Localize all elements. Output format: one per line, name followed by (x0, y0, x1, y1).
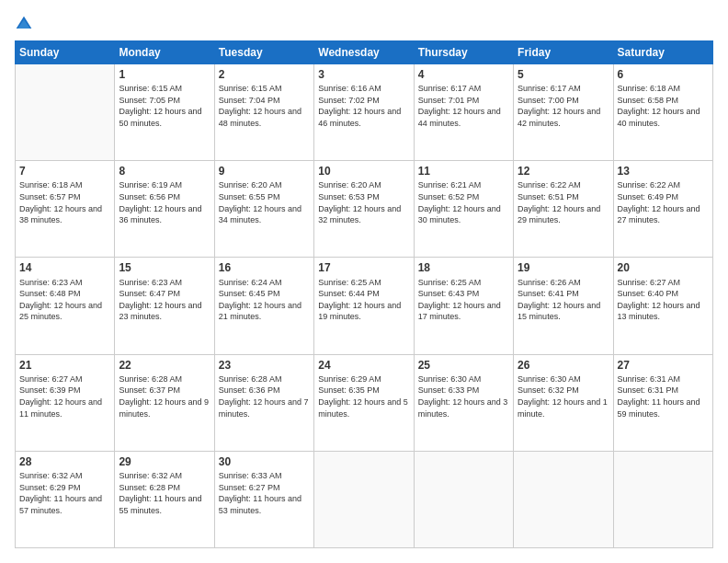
day-number: 13 (618, 164, 709, 178)
calendar-cell: 10Sunrise: 6:20 AMSunset: 6:53 PMDayligh… (314, 161, 414, 258)
day-number: 30 (219, 454, 310, 469)
day-number: 10 (318, 164, 409, 178)
calendar-cell: 2Sunrise: 6:15 AMSunset: 7:04 PMDaylight… (214, 64, 313, 161)
day-info: Sunrise: 6:15 AMSunset: 7:05 PMDaylight:… (119, 83, 210, 129)
day-info: Sunrise: 6:15 AMSunset: 7:04 PMDaylight:… (219, 83, 310, 129)
calendar-cell: 16Sunrise: 6:24 AMSunset: 6:45 PMDayligh… (214, 258, 313, 354)
calendar-cell: 28Sunrise: 6:32 AMSunset: 6:29 PMDayligh… (16, 451, 115, 547)
calendar-cell: 4Sunrise: 6:17 AMSunset: 7:01 PMDaylight… (414, 64, 513, 161)
day-number: 9 (219, 164, 310, 178)
calendar-cell: 3Sunrise: 6:16 AMSunset: 7:02 PMDaylight… (314, 64, 414, 161)
day-number: 25 (418, 358, 509, 373)
calendar-cell: 11Sunrise: 6:21 AMSunset: 6:52 PMDayligh… (414, 161, 513, 258)
day-info: Sunrise: 6:27 AMSunset: 6:39 PMDaylight:… (19, 373, 110, 419)
day-number: 2 (219, 67, 310, 82)
weekday-header: Friday (514, 41, 613, 64)
day-info: Sunrise: 6:32 AMSunset: 6:29 PMDaylight:… (19, 470, 110, 516)
day-number: 5 (518, 67, 609, 82)
day-number: 26 (518, 358, 609, 373)
day-number: 29 (119, 454, 210, 469)
calendar-cell: 6Sunrise: 6:18 AMSunset: 6:58 PMDaylight… (613, 64, 712, 161)
calendar-cell: 19Sunrise: 6:26 AMSunset: 6:41 PMDayligh… (514, 258, 613, 354)
calendar-week-row: 1Sunrise: 6:15 AMSunset: 7:05 PMDaylight… (16, 64, 713, 161)
day-info: Sunrise: 6:32 AMSunset: 6:28 PMDaylight:… (119, 470, 210, 516)
calendar-cell: 12Sunrise: 6:22 AMSunset: 6:51 PMDayligh… (514, 161, 613, 258)
calendar-cell: 15Sunrise: 6:23 AMSunset: 6:47 PMDayligh… (115, 258, 214, 354)
calendar-header-row: SundayMondayTuesdayWednesdayThursdayFrid… (16, 41, 713, 64)
calendar-cell (613, 451, 712, 547)
day-info: Sunrise: 6:18 AMSunset: 6:58 PMDaylight:… (618, 83, 709, 129)
calendar-cell: 9Sunrise: 6:20 AMSunset: 6:55 PMDaylight… (214, 161, 313, 258)
weekday-header: Sunday (16, 41, 115, 64)
day-number: 22 (119, 358, 210, 373)
day-info: Sunrise: 6:24 AMSunset: 6:45 PMDaylight:… (219, 277, 310, 323)
calendar-cell: 29Sunrise: 6:32 AMSunset: 6:28 PMDayligh… (115, 451, 214, 547)
calendar-cell (514, 451, 613, 547)
header (15, 15, 713, 33)
day-info: Sunrise: 6:22 AMSunset: 6:49 PMDaylight:… (618, 179, 709, 225)
calendar-cell: 20Sunrise: 6:27 AMSunset: 6:40 PMDayligh… (613, 258, 712, 354)
weekday-header: Saturday (613, 41, 712, 64)
calendar-week-row: 21Sunrise: 6:27 AMSunset: 6:39 PMDayligh… (16, 354, 713, 451)
calendar-cell: 7Sunrise: 6:18 AMSunset: 6:57 PMDaylight… (16, 161, 115, 258)
day-number: 21 (19, 358, 110, 373)
calendar-cell: 21Sunrise: 6:27 AMSunset: 6:39 PMDayligh… (16, 354, 115, 451)
calendar-cell: 14Sunrise: 6:23 AMSunset: 6:48 PMDayligh… (16, 258, 115, 354)
day-number: 23 (219, 358, 310, 373)
day-info: Sunrise: 6:33 AMSunset: 6:27 PMDaylight:… (219, 470, 310, 516)
day-info: Sunrise: 6:28 AMSunset: 6:37 PMDaylight:… (119, 373, 210, 419)
day-info: Sunrise: 6:17 AMSunset: 7:01 PMDaylight:… (418, 83, 509, 129)
calendar-cell (314, 451, 414, 547)
day-info: Sunrise: 6:25 AMSunset: 6:44 PMDaylight:… (318, 277, 409, 323)
day-info: Sunrise: 6:22 AMSunset: 6:51 PMDaylight:… (518, 179, 609, 225)
day-info: Sunrise: 6:21 AMSunset: 6:52 PMDaylight:… (418, 179, 509, 225)
calendar-cell: 1Sunrise: 6:15 AMSunset: 7:05 PMDaylight… (115, 64, 214, 161)
day-info: Sunrise: 6:23 AMSunset: 6:47 PMDaylight:… (119, 277, 210, 323)
calendar-cell: 30Sunrise: 6:33 AMSunset: 6:27 PMDayligh… (214, 451, 313, 547)
calendar-week-row: 7Sunrise: 6:18 AMSunset: 6:57 PMDaylight… (16, 161, 713, 258)
calendar-cell: 18Sunrise: 6:25 AMSunset: 6:43 PMDayligh… (414, 258, 513, 354)
day-number: 3 (318, 67, 409, 82)
day-number: 7 (19, 164, 110, 178)
day-info: Sunrise: 6:29 AMSunset: 6:35 PMDaylight:… (318, 373, 409, 419)
weekday-header: Wednesday (314, 41, 414, 64)
calendar-cell: 13Sunrise: 6:22 AMSunset: 6:49 PMDayligh… (613, 161, 712, 258)
day-number: 8 (119, 164, 210, 178)
day-info: Sunrise: 6:23 AMSunset: 6:48 PMDaylight:… (19, 277, 110, 323)
calendar-week-row: 28Sunrise: 6:32 AMSunset: 6:29 PMDayligh… (16, 451, 713, 547)
day-info: Sunrise: 6:30 AMSunset: 6:33 PMDaylight:… (418, 373, 509, 419)
logo-icon (15, 15, 33, 33)
day-number: 28 (19, 454, 110, 469)
day-number: 4 (418, 67, 509, 82)
calendar-cell: 5Sunrise: 6:17 AMSunset: 7:00 PMDaylight… (514, 64, 613, 161)
calendar-cell (414, 451, 513, 547)
calendar-week-row: 14Sunrise: 6:23 AMSunset: 6:48 PMDayligh… (16, 258, 713, 354)
day-number: 1 (119, 67, 210, 82)
day-info: Sunrise: 6:16 AMSunset: 7:02 PMDaylight:… (318, 83, 409, 129)
day-number: 12 (518, 164, 609, 178)
calendar-cell: 24Sunrise: 6:29 AMSunset: 6:35 PMDayligh… (314, 354, 414, 451)
day-number: 16 (219, 260, 310, 275)
day-info: Sunrise: 6:17 AMSunset: 7:00 PMDaylight:… (518, 83, 609, 129)
calendar-cell: 23Sunrise: 6:28 AMSunset: 6:36 PMDayligh… (214, 354, 313, 451)
calendar-cell: 8Sunrise: 6:19 AMSunset: 6:56 PMDaylight… (115, 161, 214, 258)
day-number: 11 (418, 164, 509, 178)
day-info: Sunrise: 6:19 AMSunset: 6:56 PMDaylight:… (119, 179, 210, 225)
weekday-header: Monday (115, 41, 214, 64)
day-info: Sunrise: 6:18 AMSunset: 6:57 PMDaylight:… (19, 179, 110, 225)
day-number: 20 (618, 260, 709, 275)
weekday-header: Thursday (414, 41, 513, 64)
day-number: 27 (618, 358, 709, 373)
day-info: Sunrise: 6:28 AMSunset: 6:36 PMDaylight:… (219, 373, 310, 419)
day-number: 14 (19, 260, 110, 275)
page: SundayMondayTuesdayWednesdayThursdayFrid… (0, 0, 728, 563)
logo (15, 15, 37, 33)
day-number: 19 (518, 260, 609, 275)
day-number: 18 (418, 260, 509, 275)
day-info: Sunrise: 6:26 AMSunset: 6:41 PMDaylight:… (518, 277, 609, 323)
day-info: Sunrise: 6:27 AMSunset: 6:40 PMDaylight:… (618, 277, 709, 323)
day-number: 17 (318, 260, 409, 275)
day-info: Sunrise: 6:20 AMSunset: 6:55 PMDaylight:… (219, 179, 310, 225)
calendar-cell: 17Sunrise: 6:25 AMSunset: 6:44 PMDayligh… (314, 258, 414, 354)
calendar-table: SundayMondayTuesdayWednesdayThursdayFrid… (15, 40, 713, 548)
